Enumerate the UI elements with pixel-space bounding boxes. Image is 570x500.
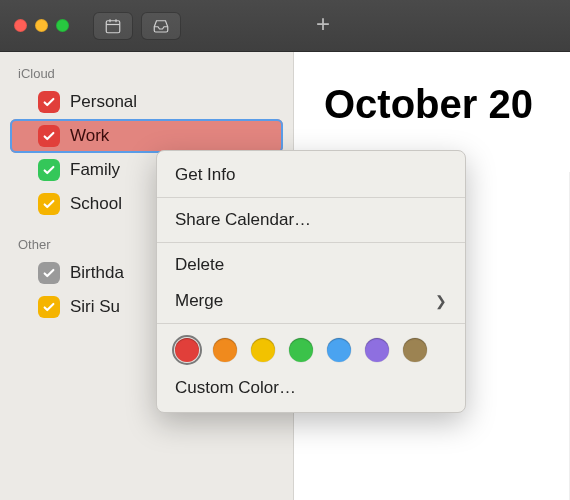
menu-item-label: Get Info xyxy=(175,165,235,185)
menu-separator xyxy=(157,323,465,324)
calendar-checkbox[interactable] xyxy=(38,91,60,113)
menu-item-get-info[interactable]: Get Info xyxy=(157,157,465,193)
calendar-label: Family xyxy=(70,160,120,180)
calendar-label: Birthda xyxy=(70,263,124,283)
calendar-label: School xyxy=(70,194,122,214)
calendar-context-menu: Get Info Share Calendar… Delete Merge ❯ … xyxy=(156,150,466,413)
calendar-checkbox[interactable] xyxy=(38,262,60,284)
add-event-button[interactable]: + xyxy=(316,10,330,38)
color-swatch[interactable] xyxy=(327,338,351,362)
calendar-label: Personal xyxy=(70,92,137,112)
menu-separator xyxy=(157,197,465,198)
color-swatch[interactable] xyxy=(251,338,275,362)
window-titlebar xyxy=(0,0,570,52)
menu-item-label: Custom Color… xyxy=(175,378,296,398)
menu-item-delete[interactable]: Delete xyxy=(157,247,465,283)
color-swatch[interactable] xyxy=(365,338,389,362)
calendar-checkbox[interactable] xyxy=(38,296,60,318)
menu-item-custom-color[interactable]: Custom Color… xyxy=(157,370,465,406)
zoom-window-button[interactable] xyxy=(56,19,69,32)
svg-rect-0 xyxy=(106,20,120,32)
calendar-checkbox[interactable] xyxy=(38,193,60,215)
color-swatch[interactable] xyxy=(213,338,237,362)
window-controls xyxy=(14,19,69,32)
menu-separator xyxy=(157,242,465,243)
calendar-checkbox[interactable] xyxy=(38,125,60,147)
sidebar-group-header: iCloud xyxy=(10,60,283,85)
color-swatch[interactable] xyxy=(175,338,199,362)
menu-item-merge[interactable]: Merge ❯ xyxy=(157,283,465,319)
menu-item-label: Delete xyxy=(175,255,224,275)
close-window-button[interactable] xyxy=(14,19,27,32)
menu-item-share-calendar[interactable]: Share Calendar… xyxy=(157,202,465,238)
minimize-window-button[interactable] xyxy=(35,19,48,32)
calendars-toggle-button[interactable] xyxy=(93,12,133,40)
chevron-right-icon: ❯ xyxy=(435,293,447,309)
calendar-item-personal[interactable]: Personal xyxy=(10,85,283,119)
calendar-checkbox[interactable] xyxy=(38,159,60,181)
calendar-icon xyxy=(104,17,122,35)
calendar-label: Siri Su xyxy=(70,297,120,317)
color-swatch[interactable] xyxy=(403,338,427,362)
calendar-item-work[interactable]: Work xyxy=(10,119,283,153)
invitations-inbox-button[interactable] xyxy=(141,12,181,40)
menu-item-label: Share Calendar… xyxy=(175,210,311,230)
color-swatch-row xyxy=(157,328,465,370)
calendar-label: Work xyxy=(70,126,109,146)
color-swatch[interactable] xyxy=(289,338,313,362)
month-title: October 20 xyxy=(324,82,570,127)
menu-item-label: Merge xyxy=(175,291,223,311)
inbox-icon xyxy=(152,17,170,35)
